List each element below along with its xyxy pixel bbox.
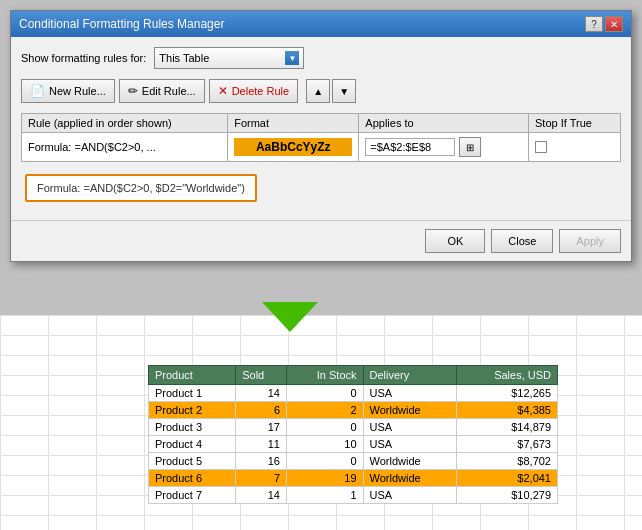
arrow-head	[262, 302, 318, 332]
table-row: Product 6719Worldwide$2,041	[149, 470, 558, 487]
table-row: Product 41110USA$7,673	[149, 436, 558, 453]
new-rule-icon: 📄	[30, 84, 45, 98]
conditional-formatting-dialog: Conditional Formatting Rules Manager ? ✕…	[10, 10, 632, 262]
spreadsheet-body: Product 1140USA$12,265Product 262Worldwi…	[149, 385, 558, 504]
dialog-content: Show formatting rules for: This Table ▼ …	[11, 37, 631, 220]
new-rule-button[interactable]: 📄 New Rule...	[21, 79, 115, 103]
rule-formula-cell: Formula: =AND($C2>0, ...	[22, 133, 228, 162]
dropdown-arrow-icon: ▼	[285, 51, 299, 65]
dialog-buttons: OK Close Apply	[11, 220, 631, 261]
order-buttons: ▲ ▼	[306, 79, 356, 103]
table-row: Formula: =AND($C2>0, ... AaBbCcYyZz ⊞	[22, 133, 621, 162]
select-range-button[interactable]: ⊞	[459, 137, 481, 157]
format-preview-cell: AaBbCcYyZz	[228, 133, 359, 162]
edit-rule-icon: ✏	[128, 84, 138, 98]
stop-if-true-cell	[529, 133, 621, 162]
help-button[interactable]: ?	[585, 16, 603, 32]
dialog-titlebar: Conditional Formatting Rules Manager ? ✕	[11, 11, 631, 37]
move-down-button[interactable]: ▼	[332, 79, 356, 103]
stop-if-true-checkbox[interactable]	[535, 141, 547, 153]
table-row: Product 5160Worldwide$8,702	[149, 453, 558, 470]
applies-to-column-header: Applies to	[359, 114, 529, 133]
col-sold: Sold	[236, 366, 287, 385]
dialog-close-button[interactable]: ✕	[605, 16, 623, 32]
spreadsheet-table: Product Sold In Stock Delivery Sales, US…	[148, 365, 558, 504]
move-up-button[interactable]: ▲	[306, 79, 330, 103]
applies-to-cell: ⊞	[359, 133, 529, 162]
apply-button[interactable]: Apply	[559, 229, 621, 253]
show-rules-row: Show formatting rules for: This Table ▼	[21, 47, 621, 69]
format-column-header: Format	[228, 114, 359, 133]
edit-rule-button[interactable]: ✏ Edit Rule...	[119, 79, 205, 103]
edit-rule-label: Edit Rule...	[142, 85, 196, 97]
stop-if-true-column-header: Stop If True	[529, 114, 621, 133]
new-rule-label: New Rule...	[49, 85, 106, 97]
rules-table: Rule (applied in order shown) Format App…	[21, 113, 621, 162]
col-delivery: Delivery	[363, 366, 456, 385]
rules-scope-value: This Table	[159, 52, 209, 64]
rules-scope-dropdown[interactable]: This Table ▼	[154, 47, 304, 69]
delete-rule-label: Delete Rule	[232, 85, 289, 97]
spreadsheet-container: Product Sold In Stock Delivery Sales, US…	[148, 365, 558, 504]
show-rules-label: Show formatting rules for:	[21, 52, 146, 64]
col-product: Product	[149, 366, 236, 385]
ok-button[interactable]: OK	[425, 229, 485, 253]
table-row: Product 3170USA$14,879	[149, 419, 558, 436]
delete-rule-button[interactable]: ✕ Delete Rule	[209, 79, 298, 103]
close-button[interactable]: Close	[491, 229, 553, 253]
title-buttons: ? ✕	[585, 16, 623, 32]
table-row: Product 7141USA$10,279	[149, 487, 558, 504]
col-in-stock: In Stock	[287, 366, 364, 385]
spreadsheet-header-row: Product Sold In Stock Delivery Sales, US…	[149, 366, 558, 385]
delete-rule-icon: ✕	[218, 84, 228, 98]
table-row: Product 262Worldwide$4,385	[149, 402, 558, 419]
dialog-title: Conditional Formatting Rules Manager	[19, 17, 224, 31]
col-sales: Sales, USD	[456, 366, 557, 385]
rule-column-header: Rule (applied in order shown)	[22, 114, 228, 133]
table-row: Product 1140USA$12,265	[149, 385, 558, 402]
formula-popup: Formula: =AND($C2>0, $D2="Worldwide")	[25, 174, 257, 202]
action-buttons-row: 📄 New Rule... ✏ Edit Rule... ✕ Delete Ru…	[21, 79, 621, 103]
applies-to-input[interactable]	[365, 138, 455, 156]
format-sample: AaBbCcYyZz	[234, 138, 352, 156]
